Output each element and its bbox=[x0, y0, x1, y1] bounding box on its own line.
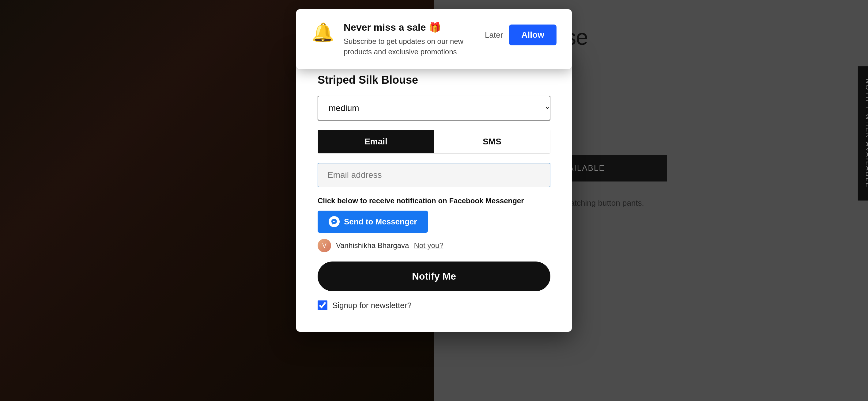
messenger-label: Click below to receive notification on F… bbox=[318, 197, 550, 205]
messenger-btn-label: Send to Messenger bbox=[344, 217, 417, 227]
contact-method-tabs: Email SMS bbox=[318, 130, 550, 153]
newsletter-checkbox[interactable] bbox=[318, 300, 328, 310]
notification-subtitle: Subscribe to get updates on our new prod… bbox=[344, 36, 476, 57]
email-input[interactable] bbox=[318, 163, 550, 187]
send-to-messenger-button[interactable]: Send to Messenger bbox=[318, 210, 428, 233]
modal-product-title: Striped Silk Blouse bbox=[318, 74, 550, 86]
newsletter-label: Signup for newsletter? bbox=[332, 301, 412, 310]
messenger-icon bbox=[329, 216, 340, 227]
notify-me-button[interactable]: Notify Me bbox=[318, 261, 550, 291]
notification-permission-popup: 🔔 Never miss a sale 🎁 Subscribe to get u… bbox=[296, 9, 572, 69]
sms-tab[interactable]: SMS bbox=[434, 130, 550, 153]
user-row: V Vanhishikha Bhargava Not you? bbox=[318, 239, 550, 252]
notification-actions: Later Allow bbox=[485, 25, 557, 46]
modal-overlay: 🔔 Never miss a sale 🎁 Subscribe to get u… bbox=[0, 0, 868, 401]
allow-button[interactable]: Allow bbox=[509, 25, 557, 46]
notify-modal: Striped Silk Blouse small medium large x… bbox=[296, 55, 572, 332]
bell-icon: 🔔 bbox=[311, 22, 335, 43]
user-avatar: V bbox=[318, 239, 331, 252]
not-you-link[interactable]: Not you? bbox=[414, 241, 443, 250]
later-button[interactable]: Later bbox=[485, 30, 503, 40]
email-tab[interactable]: Email bbox=[318, 130, 434, 153]
notification-title: Never miss a sale 🎁 bbox=[344, 22, 476, 33]
size-select[interactable]: small medium large x-large bbox=[318, 96, 550, 120]
notification-content: Never miss a sale 🎁 Subscribe to get upd… bbox=[344, 22, 476, 57]
user-name: Vanhishikha Bhargava bbox=[336, 241, 409, 250]
newsletter-row: Signup for newsletter? bbox=[318, 300, 550, 310]
